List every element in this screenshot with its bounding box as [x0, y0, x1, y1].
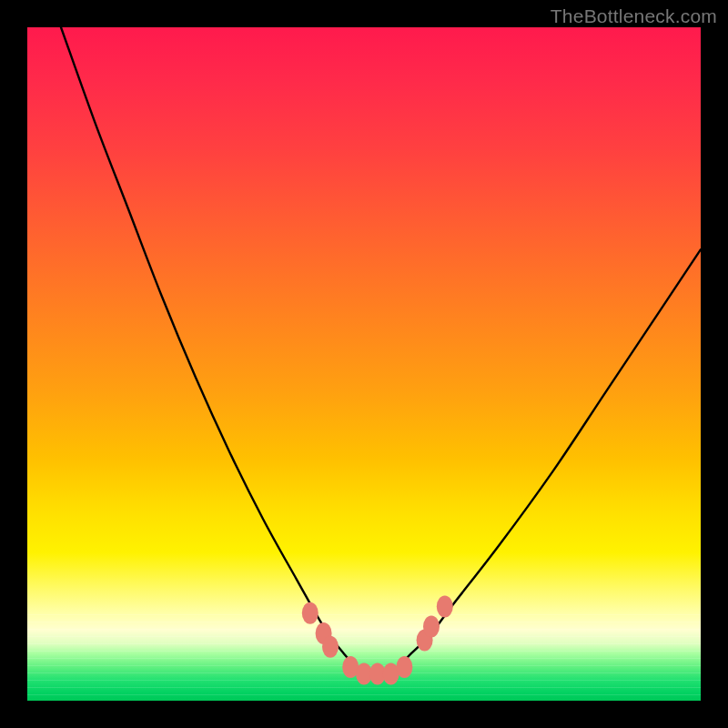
bottleneck-curve	[61, 27, 701, 674]
plot-area	[27, 27, 701, 701]
curve-point	[396, 656, 412, 678]
curve-layer	[61, 27, 701, 674]
watermark-text: TheBottleneck.com	[551, 5, 717, 27]
curve-point	[383, 662, 399, 684]
curve-point	[316, 622, 332, 644]
curve-point	[423, 616, 440, 638]
curve-point	[342, 656, 359, 678]
curve-point	[437, 595, 453, 617]
curve-point	[356, 662, 372, 684]
marker-layer	[302, 595, 453, 684]
curve-point	[369, 662, 386, 684]
curve-point	[302, 602, 318, 624]
curve-point	[417, 629, 433, 651]
chart-svg	[27, 27, 701, 701]
gradient-bands	[27, 614, 701, 701]
chart-frame: TheBottleneck.com	[0, 0, 728, 728]
curve-point	[322, 636, 339, 658]
